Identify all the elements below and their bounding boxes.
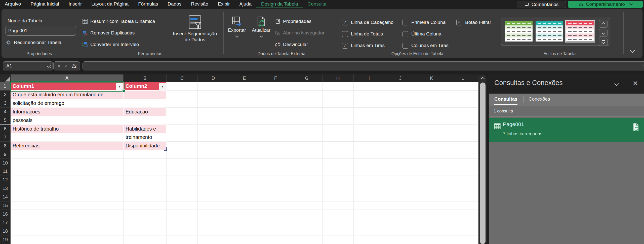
- cell-F10[interactable]: [260, 159, 291, 167]
- cell-F6[interactable]: [260, 125, 291, 133]
- cell-L2[interactable]: [447, 91, 478, 99]
- cell-B15[interactable]: [124, 201, 167, 210]
- cell-B4[interactable]: Educação: [124, 108, 167, 116]
- column-header-J[interactable]: J: [385, 74, 416, 82]
- cell-E6[interactable]: [229, 125, 260, 133]
- cell-G1[interactable]: [291, 82, 323, 91]
- column-header-I[interactable]: I: [354, 74, 385, 82]
- checkbox-primeira-coluna[interactable]: Primeira Coluna: [403, 17, 456, 28]
- cell-G3[interactable]: [291, 99, 323, 108]
- cell-J4[interactable]: [385, 108, 416, 116]
- cell-E5[interactable]: [229, 116, 260, 125]
- cell-J17[interactable]: [385, 218, 416, 227]
- cell-H3[interactable]: [323, 99, 354, 108]
- scroll-up-arrow-icon[interactable]: [481, 77, 485, 80]
- cell-C19[interactable]: [167, 235, 198, 244]
- cell-J6[interactable]: [385, 125, 416, 133]
- cell-E12[interactable]: [229, 176, 260, 184]
- checkbox-última-coluna[interactable]: Última Coluna: [403, 28, 456, 40]
- cell-J7[interactable]: [385, 133, 416, 142]
- cell-I15[interactable]: [354, 201, 385, 210]
- cell-I9[interactable]: [354, 150, 385, 159]
- cell-H13[interactable]: [323, 184, 354, 193]
- cell-D6[interactable]: [198, 125, 229, 133]
- cell-K14[interactable]: [416, 193, 447, 201]
- cell-G13[interactable]: [291, 184, 323, 193]
- menu-tab-página-inicial[interactable]: Página Inicial: [26, 0, 64, 8]
- cell-B18[interactable]: [124, 227, 167, 235]
- cell-K17[interactable]: [416, 218, 447, 227]
- cell-D1[interactable]: [198, 82, 229, 91]
- row-header-1[interactable]: 1: [0, 82, 11, 91]
- cell-C18[interactable]: [167, 227, 198, 235]
- cell-C8[interactable]: [167, 142, 198, 150]
- gallery-scroll-up-button[interactable]: [599, 20, 608, 28]
- cell-F18[interactable]: [260, 227, 291, 235]
- cell-C11[interactable]: [167, 167, 198, 176]
- cell-F15[interactable]: [260, 201, 291, 210]
- cell-D14[interactable]: [198, 193, 229, 201]
- confirm-entry-icon[interactable]: ✓: [64, 63, 68, 69]
- cell-E16[interactable]: [229, 210, 260, 219]
- cell-B2[interactable]: [124, 91, 167, 99]
- cell-B13[interactable]: [124, 184, 167, 193]
- row-header-7[interactable]: 7: [0, 133, 11, 142]
- cell-G16[interactable]: [291, 210, 323, 219]
- cell-G15[interactable]: [291, 201, 323, 210]
- cell-H17[interactable]: [323, 218, 354, 227]
- cell-D15[interactable]: [198, 201, 229, 210]
- cell-I18[interactable]: [354, 227, 385, 235]
- cell-L4[interactable]: [447, 108, 478, 116]
- cell-L18[interactable]: [447, 227, 478, 235]
- cell-E10[interactable]: [229, 159, 260, 167]
- cell-G17[interactable]: [291, 218, 323, 227]
- cell-F19[interactable]: [260, 235, 291, 244]
- cell-F3[interactable]: [260, 99, 291, 108]
- cell-J15[interactable]: [385, 201, 416, 210]
- vertical-scrollbar[interactable]: [479, 74, 487, 244]
- menu-tab-design-da-tabela[interactable]: Design da Tabela: [256, 0, 303, 8]
- menu-tab-fórmulas[interactable]: Fórmulas: [133, 0, 163, 8]
- cell-E19[interactable]: [229, 235, 260, 244]
- cell-B8[interactable]: Disponibilidade: [124, 142, 167, 150]
- cell-A1[interactable]: Column1▼: [11, 82, 124, 91]
- cell-I7[interactable]: [354, 133, 385, 142]
- cell-E14[interactable]: [229, 193, 260, 201]
- cell-D17[interactable]: [198, 218, 229, 227]
- remove-duplicates-button[interactable]: Remover Duplicadas: [82, 29, 135, 37]
- cell-J19[interactable]: [385, 235, 416, 244]
- cell-B14[interactable]: [124, 193, 167, 201]
- cell-H19[interactable]: [323, 235, 354, 244]
- cell-E1[interactable]: [229, 82, 260, 91]
- cell-J16[interactable]: [385, 210, 416, 219]
- column-header-C[interactable]: C: [167, 74, 198, 82]
- insert-function-icon[interactable]: fx: [72, 63, 76, 69]
- cell-D11[interactable]: [198, 167, 229, 176]
- cell-F8[interactable]: [260, 142, 291, 150]
- cell-J5[interactable]: [385, 116, 416, 125]
- table-style-teal[interactable]: [536, 21, 563, 42]
- convert-to-range-button[interactable]: Converter em Intervalo: [82, 41, 139, 48]
- row-header-17[interactable]: 17: [0, 218, 11, 227]
- cell-A18[interactable]: [11, 227, 124, 235]
- cell-G18[interactable]: [291, 227, 323, 235]
- column-header-K[interactable]: K: [416, 74, 447, 82]
- cell-L3[interactable]: [447, 99, 478, 108]
- cell-K8[interactable]: [416, 142, 447, 150]
- cell-C14[interactable]: [167, 193, 198, 201]
- cell-C5[interactable]: [167, 116, 198, 125]
- cell-C16[interactable]: [167, 210, 198, 219]
- cell-E4[interactable]: [229, 108, 260, 116]
- panel-chevron-down-icon[interactable]: [614, 81, 619, 86]
- cell-L5[interactable]: [447, 116, 478, 125]
- cell-H4[interactable]: [323, 108, 354, 116]
- cell-C2[interactable]: [167, 91, 198, 99]
- cell-F2[interactable]: [260, 91, 291, 99]
- export-button[interactable]: Exportar: [225, 16, 249, 37]
- cell-F13[interactable]: [260, 184, 291, 193]
- cell-L15[interactable]: [447, 201, 478, 210]
- cell-A10[interactable]: [11, 159, 124, 167]
- select-all-corner[interactable]: [0, 74, 11, 82]
- cell-K4[interactable]: [416, 108, 447, 116]
- cell-G19[interactable]: [291, 235, 323, 244]
